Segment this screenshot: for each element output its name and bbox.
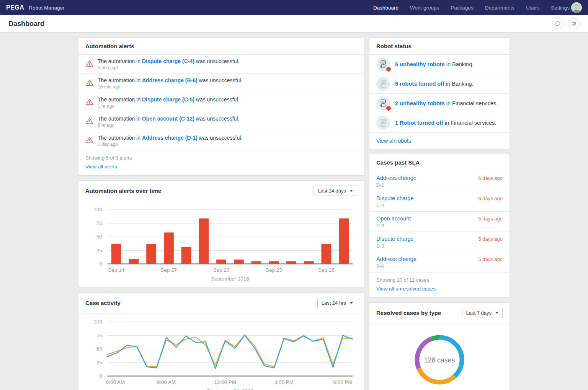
alert-row: The automation in Address change (B-6) w… bbox=[78, 74, 364, 93]
nav-item-settings[interactable]: Settings bbox=[551, 5, 570, 11]
alert-case-link[interactable]: Address change (D-1) bbox=[142, 135, 198, 141]
robot-unhealthy-icon bbox=[376, 96, 390, 110]
alert-case-link[interactable]: Open account (C-12) bbox=[142, 116, 194, 122]
resolved-cases-range-select[interactable]: Last 7 days bbox=[462, 308, 503, 318]
cases-past-sla-card: Cases past SLA Address change D-1 6 days… bbox=[369, 154, 510, 298]
case-activity-range-select[interactable]: Last 24 hrs bbox=[317, 298, 357, 308]
sla-case-link[interactable]: Dispute charge bbox=[376, 236, 414, 242]
alert-prefix: The automation in bbox=[98, 58, 140, 64]
robot-status-link[interactable]: 1 Robot turned off bbox=[395, 120, 443, 126]
view-all-robots-link[interactable]: View all robots bbox=[376, 138, 411, 144]
warning-icon bbox=[85, 96, 94, 109]
automation-alerts-card: Automation alerts The automation in Disp… bbox=[78, 38, 364, 176]
nav-item-packages[interactable]: Packages bbox=[451, 5, 473, 11]
chevron-down-icon bbox=[495, 312, 498, 314]
svg-text:12:00 PM: 12:00 PM bbox=[214, 379, 236, 385]
svg-text:50: 50 bbox=[96, 234, 102, 240]
svg-text:100: 100 bbox=[93, 207, 102, 212]
svg-text:75: 75 bbox=[96, 220, 102, 226]
alert-prefix: The automation in bbox=[98, 116, 140, 122]
brand: PEGA Robot Manager bbox=[6, 4, 64, 11]
warning-icon bbox=[85, 135, 94, 147]
svg-text:September 24, 2016: September 24, 2016 bbox=[207, 388, 253, 390]
robot-status-link[interactable]: 5 robots turned off bbox=[395, 81, 444, 87]
alerts-count-text: Showing 5 of 8 alerts bbox=[85, 155, 357, 161]
sla-case-id: D-3 bbox=[376, 243, 414, 249]
robot-status-rest: in Banking. bbox=[444, 81, 474, 87]
svg-text:0: 0 bbox=[99, 261, 102, 267]
sla-age: 5 days ago bbox=[478, 235, 503, 249]
sla-case-row: Dispute charge C-4 6 days ago bbox=[369, 191, 510, 212]
gear-icon bbox=[570, 20, 578, 28]
view-all-unresolved-link[interactable]: View all unresolved cases bbox=[376, 286, 436, 292]
alert-row: The automation in Open account (C-12) wa… bbox=[78, 112, 364, 131]
sla-age: 6 days ago bbox=[478, 195, 503, 208]
avatar[interactable] bbox=[571, 2, 582, 13]
pega-logo: PEGA bbox=[6, 4, 24, 11]
top-navbar: PEGA Robot Manager Dashboard Work groups… bbox=[0, 0, 588, 15]
sla-case-link[interactable]: Dispute charge bbox=[376, 195, 414, 201]
nav-item-departments[interactable]: Departments bbox=[485, 5, 514, 11]
robot-status-link[interactable]: 6 unhealthy robots bbox=[395, 61, 445, 67]
robot-status-rest: in Banking. bbox=[445, 61, 474, 67]
alert-row: The automation in Dispute charge (C-4) w… bbox=[78, 55, 364, 74]
sla-case-id: D-1 bbox=[376, 183, 416, 188]
sla-case-link[interactable]: Address change bbox=[376, 256, 416, 262]
page-header: Dashboard bbox=[0, 15, 588, 33]
card-title: Cases past SLA bbox=[376, 159, 420, 166]
alert-row: The automation in Address change (D-1) w… bbox=[78, 131, 364, 150]
red-status-dot bbox=[386, 67, 391, 72]
automation-alerts-header: Automation alerts bbox=[78, 38, 364, 55]
alerts-bar-chart: 1007550250September 2016Sep 14Sep 17Sep … bbox=[78, 201, 364, 287]
svg-text:September 2016: September 2016 bbox=[211, 276, 249, 282]
alert-prefix: The automation in bbox=[98, 96, 140, 103]
chat-button[interactable] bbox=[552, 18, 564, 29]
robot-status-link[interactable]: 2 unhealthy robots bbox=[395, 100, 445, 106]
view-all-alerts-link[interactable]: View all alerts bbox=[85, 164, 117, 170]
robot-status-card: Robot status 6 unhealthy robots in Banki… bbox=[369, 38, 510, 149]
alert-prefix: The automation in bbox=[98, 135, 140, 141]
alert-row: The automation in Dispute charge (C-5) w… bbox=[78, 93, 364, 112]
warning-icon bbox=[85, 58, 94, 70]
robot-off-icon bbox=[376, 77, 390, 91]
alert-case-link[interactable]: Dispute charge (C-4) bbox=[142, 58, 194, 64]
cases-past-sla-header: Cases past SLA bbox=[369, 154, 510, 171]
sla-case-link[interactable]: Address change bbox=[376, 175, 416, 181]
case-activity-card: Case activity Last 24 hrs 1007550250Sept… bbox=[78, 292, 364, 390]
svg-text:25: 25 bbox=[96, 248, 102, 253]
alert-case-link[interactable]: Dispute charge (C-5) bbox=[142, 96, 194, 103]
robot-status-rest: in Financial services. bbox=[445, 100, 498, 106]
warning-icon bbox=[85, 116, 94, 128]
alert-timestamp: 16 min ago bbox=[98, 84, 242, 90]
alerts-range-select[interactable]: Last 14 days bbox=[314, 186, 357, 196]
sla-case-row: Dispute charge D-3 5 days ago bbox=[369, 232, 510, 252]
alert-timestamp: 5 min ago bbox=[98, 65, 239, 70]
chevron-down-icon bbox=[350, 190, 353, 192]
sla-case-row: Address change B-6 5 days ago bbox=[369, 252, 510, 273]
nav-item-work-groups[interactable]: Work groups bbox=[410, 5, 439, 11]
svg-text:25: 25 bbox=[96, 360, 102, 366]
alert-timestamp: 1 day ago bbox=[98, 142, 242, 147]
nav-item-users[interactable]: Users bbox=[526, 5, 539, 11]
nav-item-dashboard[interactable]: Dashboard bbox=[373, 5, 399, 11]
card-title: Case activity bbox=[85, 300, 121, 306]
top-nav-menu: Dashboard Work groups Packages Departmen… bbox=[373, 5, 570, 11]
red-status-dot bbox=[386, 106, 391, 111]
svg-text:50: 50 bbox=[96, 346, 102, 352]
svg-text:75: 75 bbox=[96, 333, 102, 338]
robot-status-row: 2 unhealthy robots in Financial services… bbox=[369, 94, 510, 113]
svg-text:Sep 14: Sep 14 bbox=[108, 267, 124, 273]
svg-text:9:00 AM: 9:00 AM bbox=[157, 379, 176, 385]
selected-range: Last 7 days bbox=[466, 310, 492, 316]
alerts-over-time-card: Automation alerts over time Last 14 days… bbox=[78, 180, 364, 288]
sla-count-text: Showing 10 of 12 cases bbox=[376, 277, 503, 283]
sla-age: 5 days ago bbox=[478, 256, 503, 269]
case-activity-line-chart: 1007550250September 24, 20166:00 AM9:00 … bbox=[78, 313, 364, 390]
settings-button[interactable] bbox=[568, 18, 580, 29]
alert-case-link[interactable]: Address change (B-6) bbox=[142, 77, 198, 83]
warning-icon bbox=[85, 77, 94, 90]
svg-text:Sep 23: Sep 23 bbox=[266, 267, 282, 273]
sla-case-list: Address change D-1 6 days ago Dispute ch… bbox=[369, 171, 510, 273]
sla-case-link[interactable]: Open account bbox=[376, 215, 411, 222]
alert-timestamp: 1 hr ago bbox=[98, 103, 239, 109]
